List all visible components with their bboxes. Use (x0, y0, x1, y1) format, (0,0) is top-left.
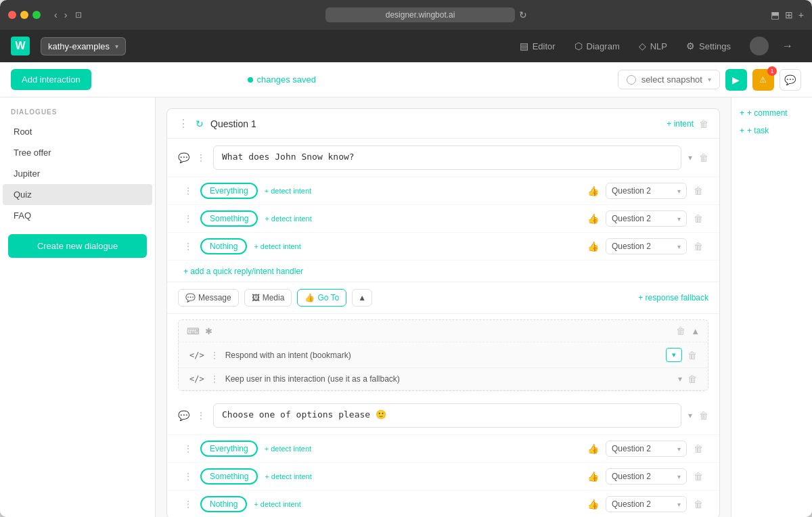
detect-intent-btn-4[interactable]: + detect intent (265, 445, 581, 453)
reply-tag-something-2[interactable]: Something (200, 468, 258, 485)
collapse-btn[interactable]: ▲ (352, 289, 372, 307)
message-input-2[interactable]: Choose one of options please 🙂 (213, 403, 681, 428)
code-drag-handle-1[interactable]: ⋮ (210, 350, 220, 361)
chat-button[interactable]: 💬 (780, 69, 801, 91)
reply-drag-handle-5[interactable]: ⋮ (183, 471, 194, 482)
reload-button[interactable]: ↻ (519, 7, 527, 22)
goto-type-btn[interactable]: 👍 Go To (297, 289, 346, 307)
detect-intent-btn-5[interactable]: + detect intent (265, 472, 581, 480)
expand-icon[interactable]: ▾ (688, 153, 692, 162)
delete-reply-6[interactable]: 🗑 (694, 499, 703, 510)
goto-select-5[interactable]: Question 2 ▾ (606, 468, 687, 485)
message-input-1[interactable]: What does John Snow know? (213, 145, 681, 170)
window-view-button[interactable]: ⊡ (75, 10, 82, 20)
logout-button[interactable]: → (774, 36, 801, 56)
sidebar-item-tree-offer[interactable]: Tree offer (3, 142, 152, 163)
address-input[interactable] (325, 7, 515, 22)
goto-select-6[interactable]: Question 2 ▾ (606, 496, 687, 512)
add-comment-btn[interactable]: + + comment (740, 108, 804, 118)
snapshot-label: select snapshot (641, 74, 702, 85)
message-type-icon: 💬 (185, 293, 196, 302)
close-button[interactable] (8, 11, 16, 19)
drag-handle-icon[interactable]: ⋮ (178, 117, 189, 130)
alert-button[interactable]: ⚠ 1 (752, 69, 774, 91)
detect-intent-btn-6[interactable]: + detect intent (254, 500, 581, 508)
star-icon: ✱ (205, 326, 212, 336)
reply-drag-handle-2[interactable]: ⋮ (183, 213, 194, 224)
delete-reply-2[interactable]: 🗑 (694, 213, 703, 224)
collapse-fallback-icon[interactable]: ▲ (691, 326, 700, 336)
reply-tag-everything[interactable]: Everything (200, 183, 258, 199)
forward-button[interactable]: › (62, 8, 70, 22)
detect-intent-btn-3[interactable]: + detect intent (254, 242, 581, 250)
snapshot-selector[interactable]: select snapshot ▾ (618, 70, 720, 89)
delete-reply-4[interactable]: 🗑 (694, 443, 703, 454)
chevron-down-icon: ▾ (677, 215, 681, 223)
avatar-button[interactable] (750, 37, 769, 55)
sidebar-item-jupiter[interactable]: Jupiter (3, 163, 152, 184)
message-type-btn[interactable]: 💬 Message (178, 289, 239, 307)
goto-label-1: Question 2 (612, 186, 651, 196)
task-label: + task (747, 126, 769, 135)
delete-question-button[interactable]: 🗑 (699, 118, 708, 129)
add-reply-link[interactable]: + add a quick reply/intent handler (183, 267, 303, 276)
settings-nav-btn[interactable]: ⚙ Settings (678, 37, 739, 55)
goto-select-2[interactable]: Question 2 ▾ (606, 210, 687, 227)
add-tab-icon[interactable]: + (798, 9, 804, 20)
code-drag-handle-2[interactable]: ⋮ (210, 374, 220, 384)
goto-select-4[interactable]: Question 2 ▾ (606, 441, 687, 457)
thumb-icon-6: 👍 (587, 499, 599, 510)
run-button[interactable]: ▶ (725, 69, 747, 91)
response-fallback-btn[interactable]: + response fallback (638, 293, 708, 302)
message-drag-handle[interactable]: ⋮ (196, 152, 206, 163)
back-button[interactable]: ‹ (51, 8, 60, 22)
message-row-1: 💬 ⋮ What does John Snow know? ▾ 🗑 (167, 139, 719, 177)
reply-tag-everything-2[interactable]: Everything (200, 441, 258, 457)
browser-nav: ‹ › (51, 8, 70, 22)
delete-reply-1[interactable]: 🗑 (694, 185, 703, 196)
sidebar-item-quiz[interactable]: Quiz (3, 184, 152, 205)
snapshot-area: select snapshot ▾ ▶ ⚠ 1 💬 (618, 69, 801, 91)
sidebar-item-faq[interactable]: FAQ (3, 205, 152, 226)
create-dialogue-button[interactable]: Create new dialogue (8, 234, 147, 258)
dropdown-btn-1[interactable]: ▾ (666, 348, 682, 362)
reply-tag-nothing[interactable]: Nothing (200, 238, 247, 254)
editor-nav-btn[interactable]: ▤ Editor (512, 37, 564, 55)
diagram-nav-btn[interactable]: ⬡ Diagram (566, 37, 628, 55)
thumb-icon-1: 👍 (587, 185, 599, 196)
media-type-btn[interactable]: 🖼 Media (244, 289, 292, 307)
reply-drag-handle-6[interactable]: ⋮ (183, 499, 194, 510)
delete-code-1[interactable]: 🗑 (687, 350, 697, 361)
reply-tag-nothing-2[interactable]: Nothing (200, 496, 247, 512)
goto-select-1[interactable]: Question 2 ▾ (606, 183, 687, 199)
add-task-btn[interactable]: + + task (740, 126, 804, 135)
maximize-button[interactable] (32, 11, 41, 19)
workspace-selector[interactable]: kathy-examples ▾ (41, 37, 126, 55)
add-intent-button[interactable]: + intent (667, 119, 694, 129)
detect-intent-btn-2[interactable]: + detect intent (265, 215, 581, 223)
minimize-button[interactable] (20, 11, 28, 19)
delete-code-2[interactable]: 🗑 (687, 374, 697, 384)
add-interaction-button[interactable]: Add interaction (11, 69, 91, 90)
delete-reply-3[interactable]: 🗑 (694, 241, 703, 252)
detect-intent-btn-1[interactable]: + detect intent (265, 187, 581, 195)
message-icon: 💬 (178, 152, 189, 163)
reply-drag-handle-1[interactable]: ⋮ (183, 185, 194, 196)
thumb-icon-5: 👍 (587, 471, 599, 482)
new-tab-icon[interactable]: ⊞ (785, 9, 793, 20)
reply-drag-handle-4[interactable]: ⋮ (183, 443, 194, 454)
delete-message-2[interactable]: 🗑 (699, 410, 708, 421)
chevron-down-icon: ▾ (708, 76, 711, 83)
delete-reply-5[interactable]: 🗑 (694, 471, 703, 482)
expand-code-icon[interactable]: ▾ (678, 374, 682, 384)
reply-drag-handle-3[interactable]: ⋮ (183, 241, 194, 252)
sidebar-item-root[interactable]: Root (3, 121, 152, 142)
message-drag-handle-2[interactable]: ⋮ (196, 410, 206, 421)
delete-message-button[interactable]: 🗑 (699, 152, 708, 163)
goto-select-3[interactable]: Question 2 ▾ (606, 238, 687, 254)
nlp-nav-btn[interactable]: ◇ NLP (631, 37, 675, 55)
expand-icon-2[interactable]: ▾ (688, 411, 692, 420)
delete-fallback-button[interactable]: 🗑 (676, 325, 685, 336)
share-icon[interactable]: ⬒ (771, 9, 780, 20)
reply-tag-something[interactable]: Something (200, 210, 258, 227)
